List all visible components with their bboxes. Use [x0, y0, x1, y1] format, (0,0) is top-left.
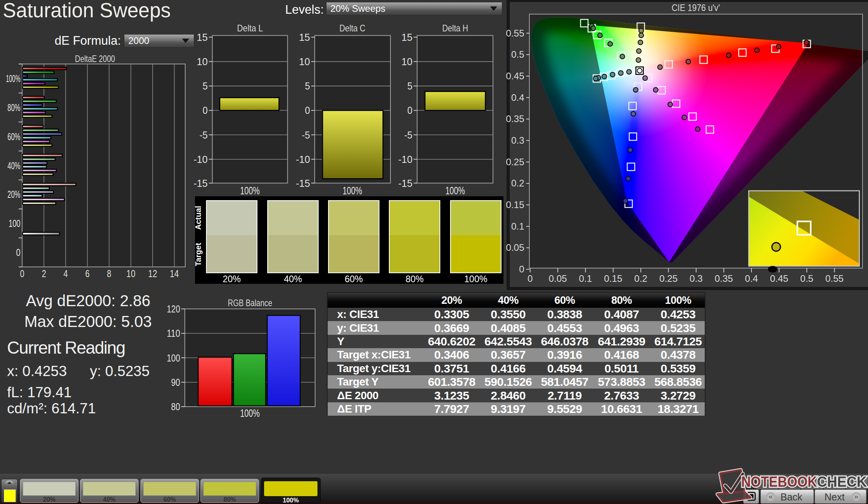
svg-text:100%: 100%: [240, 185, 260, 197]
svg-text:6: 6: [85, 268, 89, 279]
svg-text:0.15: 0.15: [506, 199, 524, 210]
svg-text:CHECK: CHECK: [817, 474, 867, 490]
svg-text:0: 0: [407, 105, 412, 116]
svg-text:DeltaE 2000: DeltaE 2000: [75, 53, 115, 64]
svg-text:100: 100: [9, 217, 20, 229]
svg-text:0: 0: [20, 268, 24, 279]
svg-text:0.2: 0.2: [511, 178, 524, 188]
svg-text:NOTEBOOK: NOTEBOOK: [741, 474, 817, 490]
svg-text:2: 2: [42, 268, 46, 279]
svg-text:10: 10: [197, 56, 208, 67]
svg-text:0: 0: [519, 264, 524, 274]
svg-text:15: 15: [299, 32, 310, 43]
svg-text:5: 5: [202, 80, 208, 91]
svg-text:0: 0: [202, 105, 208, 116]
svg-text:4: 4: [64, 268, 68, 279]
svg-text:120: 120: [167, 303, 180, 314]
svg-text:-5: -5: [404, 130, 412, 141]
svg-text:60%: 60%: [7, 131, 20, 142]
svg-text:110: 110: [167, 328, 180, 339]
svg-text:12: 12: [148, 268, 157, 279]
svg-text:100%: 100%: [343, 185, 362, 197]
svg-text:5: 5: [305, 80, 310, 91]
svg-text:10: 10: [299, 56, 310, 67]
svg-text:8: 8: [107, 268, 111, 279]
svg-text:15: 15: [197, 32, 208, 43]
svg-text:40%: 40%: [7, 160, 20, 172]
svg-text:0.4: 0.4: [511, 92, 524, 103]
svg-text:100: 100: [167, 352, 180, 363]
svg-text:80%: 80%: [7, 102, 20, 113]
svg-text:0.05: 0.05: [506, 242, 524, 253]
svg-text:0.3: 0.3: [511, 135, 524, 146]
svg-text:100%: 100%: [445, 185, 465, 197]
svg-text:0.15: 0.15: [604, 273, 622, 284]
svg-text:0.1: 0.1: [579, 273, 592, 284]
svg-text:100%: 100%: [240, 407, 260, 419]
svg-text:0.3: 0.3: [689, 273, 702, 284]
svg-text:100%: 100%: [6, 73, 20, 84]
svg-text:0.45: 0.45: [506, 71, 524, 81]
svg-text:RGB Balance: RGB Balance: [228, 298, 272, 308]
svg-text:20%: 20%: [7, 188, 20, 200]
svg-text:90: 90: [171, 377, 180, 388]
svg-text:0.1: 0.1: [511, 221, 524, 232]
svg-text:0.05: 0.05: [549, 273, 567, 284]
svg-text:-5: -5: [302, 130, 310, 141]
svg-text:-10: -10: [296, 154, 310, 165]
svg-text:0.35: 0.35: [715, 273, 733, 284]
svg-text:0.2: 0.2: [634, 273, 647, 284]
svg-text:0.25: 0.25: [506, 157, 524, 167]
svg-text:0.45: 0.45: [770, 273, 788, 284]
svg-text:0.25: 0.25: [659, 273, 678, 284]
svg-text:0: 0: [305, 105, 310, 116]
svg-text:0.55: 0.55: [825, 273, 844, 284]
svg-text:15: 15: [401, 32, 412, 43]
svg-text:Delta C: Delta C: [339, 23, 365, 33]
svg-text:0.5: 0.5: [511, 49, 524, 60]
svg-text:-10: -10: [193, 154, 208, 165]
svg-text:-15: -15: [398, 178, 412, 189]
svg-text:-15: -15: [296, 178, 310, 189]
svg-text:Delta H: Delta H: [442, 23, 468, 33]
svg-text:0.4: 0.4: [745, 273, 758, 284]
svg-text:80: 80: [171, 401, 180, 412]
svg-text:10: 10: [126, 268, 135, 279]
svg-text:Delta L: Delta L: [237, 23, 263, 33]
svg-text:0.55: 0.55: [506, 28, 524, 38]
svg-text:-15: -15: [193, 178, 208, 189]
svg-text:0: 0: [527, 273, 532, 284]
svg-text:0.35: 0.35: [506, 113, 524, 124]
svg-text:10: 10: [401, 56, 412, 67]
svg-text:5: 5: [407, 80, 412, 91]
svg-text:0: 0: [16, 247, 20, 258]
svg-text:-10: -10: [398, 154, 412, 165]
svg-text:CIE 1976 u'v': CIE 1976 u'v': [672, 2, 720, 13]
svg-text:14: 14: [170, 268, 179, 279]
svg-text:0.5: 0.5: [800, 273, 813, 284]
svg-text:-5: -5: [199, 130, 208, 141]
